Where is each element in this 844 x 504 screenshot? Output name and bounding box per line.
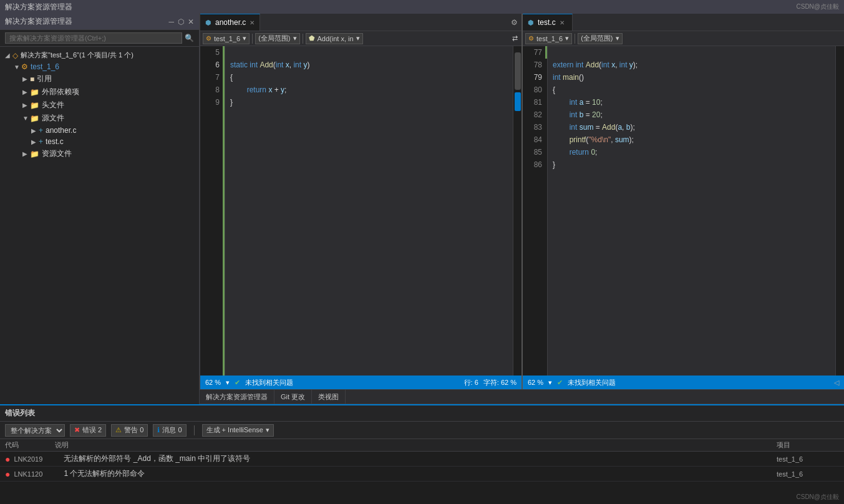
code-line-8: return x + y ; [230, 84, 508, 96]
bottom-panel: 错误列表 整个解决方案 ✖ 错误 2 ⚠ 警告 0 ℹ 消息 0 生成 + In… [0, 404, 844, 504]
another-c-icon: + [39, 126, 43, 135]
toolbar-sep-2 [303, 34, 303, 44]
code-line-84: printf ( "%d\n" , sum ); [553, 133, 830, 146]
resources-label: 资源文件 [42, 148, 72, 159]
arrow-project-icon: ▼ [14, 64, 21, 70]
main-area: 解决方案资源管理器 ─ ⬡ ✕ 🔍 ◢ ◇ 解决方案"test_1_6"(1 个… [0, 14, 844, 404]
tree-item-refs[interactable]: ▶ ■ 引用 [0, 72, 199, 85]
ln-84: 84 [530, 133, 542, 146]
tab-another-c[interactable]: ⬢ another.c ✕ [200, 14, 260, 31]
code-left[interactable]: static int Add ( int x , int [225, 46, 513, 376]
func-dropdown-left[interactable]: ⬟ Add(int x, in ▾ [306, 33, 363, 44]
error-row-1[interactable]: ● LNK1120 1 个无法解析的外部命令 test_1_6 [0, 467, 844, 482]
error-btn[interactable]: ✖ 错误 2 [70, 424, 106, 437]
sp-r21: ); [629, 135, 634, 144]
sp5: , [289, 61, 294, 69]
tree-item-solution[interactable]: ◢ ◇ 解决方案"test_1_6"(1 个项目/共 1 个) [0, 49, 199, 61]
tree-item-resources[interactable]: ▶ 📁 资源文件 [0, 147, 199, 160]
build-btn[interactable]: 生成 + IntelliSense ▾ [202, 424, 274, 437]
settings-icon[interactable]: ⚙ [511, 18, 518, 27]
tab-test-c-close[interactable]: ✕ [560, 19, 565, 26]
file-tree: ◢ ◇ 解决方案"test_1_6"(1 个项目/共 1 个) ▼ ⚙ test… [0, 47, 199, 404]
func-label-left: Add(int x, in [318, 35, 354, 42]
refs-label: 引用 [37, 74, 52, 84]
fn-printf: printf [570, 135, 586, 144]
sp-r5: , [615, 61, 619, 69]
zoom-arrow-left: ▾ [226, 379, 230, 387]
bottom-tab-class[interactable]: 类视图 [312, 390, 346, 404]
indent-r3 [553, 123, 570, 132]
err-dot-1: ● [5, 469, 10, 479]
vscrollbar-right[interactable] [835, 46, 844, 376]
check-icon-left: ✔ [235, 379, 240, 387]
search-input[interactable] [5, 32, 182, 44]
line-numbers-left: 5 6 7 8 9 [200, 46, 225, 376]
scope-select[interactable]: 整个解决方案 [5, 424, 65, 437]
tree-item-test-c[interactable]: ▶ + test.c [0, 136, 199, 147]
sidebar-header: 解决方案资源管理器 ─ ⬡ ✕ [0, 14, 199, 30]
bottom-tab-git[interactable]: Git 更改 [274, 390, 312, 404]
semicolon1: ; [284, 85, 286, 94]
search-icon[interactable]: 🔍 [185, 34, 194, 42]
pin-icon[interactable]: ─ [168, 17, 174, 26]
editor-toolbar-right: ⚙ test_1_6 ▾ (全局范围) ▾ [523, 31, 844, 46]
project-dropdown-right[interactable]: ⚙ test_1_6 ▾ [525, 33, 572, 44]
editors-split: ⬢ another.c ✕ ⚙ ⚙ test_1_6 ▾ [200, 14, 844, 389]
sp-r17: , [622, 123, 626, 132]
tree-item-extdeps[interactable]: ▶ 📁 外部依赖项 [0, 85, 199, 99]
dock-icon[interactable]: ⬡ [178, 17, 184, 26]
header-code: 代码 [5, 440, 55, 450]
tree-item-another-c[interactable]: ▶ + another.c [0, 125, 199, 136]
vscrollbar-left[interactable] [513, 46, 521, 376]
warn-btn[interactable]: ⚠ 警告 0 [111, 424, 148, 437]
error-row-0[interactable]: ● LNK2019 无法解析的外部符号 _Add，函数 _main 中引用了该符… [0, 452, 844, 467]
check-icon-right: ✔ [557, 379, 563, 387]
kw-int3: int [293, 61, 301, 69]
ln-9: 9 [208, 96, 220, 109]
scope-dropdown-right[interactable]: (全局范围) ▾ [578, 33, 622, 44]
ln-7: 7 [208, 71, 220, 84]
build-arrow: ▾ [266, 426, 269, 434]
func-arrow-left: ▾ [356, 34, 360, 42]
tree-item-sources[interactable]: ▼ 📁 源文件 [0, 112, 199, 125]
close-icon[interactable]: ✕ [188, 17, 194, 26]
another-c-label: another.c [46, 126, 76, 135]
fn-main: main [563, 73, 579, 82]
dropdown-arrow-left: ▾ [243, 34, 246, 42]
ln-81: 81 [530, 96, 542, 109]
sp7: ) [307, 61, 309, 69]
code-line-85: return 0 ; [553, 146, 830, 158]
title-bar: 解决方案资源管理器 CSDN@贞佳毅 [0, 0, 844, 14]
bottom-tab-solution[interactable]: 解决方案资源管理器 [200, 390, 274, 404]
scroll-right-icon[interactable]: ◁ [834, 379, 839, 387]
brace-open: { [230, 73, 233, 82]
err-dot-0: ● [5, 454, 10, 464]
code-line-81: int a = 10 ; [553, 96, 830, 109]
tree-item-headers[interactable]: ▶ 📁 头文件 [0, 99, 199, 112]
project-dropdown-left[interactable]: ⚙ test_1_6 ▾ [203, 33, 250, 44]
scope-dropdown-left[interactable]: (全局范围) ▾ [255, 33, 299, 44]
code-right[interactable]: extern int Add ( int x , int [548, 46, 835, 376]
sidebar-title-icons: ─ ⬡ ✕ [168, 17, 194, 26]
info-btn[interactable]: ℹ 消息 0 [153, 424, 186, 437]
ln-5: 5 [208, 46, 220, 59]
split-btn-left[interactable]: ⇄ [511, 34, 519, 42]
code-line-5 [230, 46, 508, 59]
tab-test-c-label: test.c [538, 18, 556, 27]
modified-bar-right [545, 46, 547, 59]
vscrollbar-thumb-left [515, 52, 521, 90]
kw-int-sum: int [570, 123, 578, 132]
code-line-82: int b = 20 ; [553, 109, 830, 121]
test-c-label: test.c [46, 137, 64, 146]
project-icon-right: ⚙ [528, 35, 534, 42]
tab-another-c-close[interactable]: ✕ [250, 19, 255, 26]
editor-toolbar-left: ⚙ test_1_6 ▾ (全局范围) ▾ ⬟ Add(int x, in ▾ [200, 31, 521, 46]
fn-add: Add [260, 61, 273, 69]
modified-bar-left [223, 46, 225, 376]
tree-item-project[interactable]: ▼ ⚙ test_1_6 [0, 61, 199, 72]
dropdown-arrow-right: ▾ [565, 34, 569, 42]
tab-test-c[interactable]: ⬢ test.c ✕ [523, 14, 573, 31]
code-line-79: int main () [553, 71, 830, 84]
sp-r20: , [611, 135, 615, 144]
tab-bar-left: ⬢ another.c ✕ ⚙ [200, 14, 521, 31]
